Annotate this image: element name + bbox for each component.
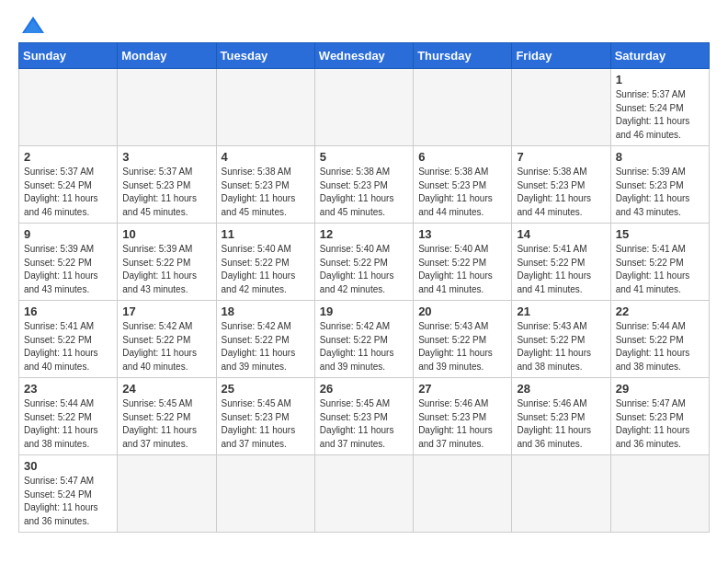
day-number: 5 <box>320 150 408 164</box>
calendar-table: SundayMondayTuesdayWednesdayThursdayFrid… <box>18 42 710 533</box>
calendar-cell: 27Sunrise: 5:46 AM Sunset: 5:23 PM Dayli… <box>414 378 512 455</box>
calendar-cell: 19Sunrise: 5:42 AM Sunset: 5:22 PM Dayli… <box>314 301 413 378</box>
day-info: Sunrise: 5:39 AM Sunset: 5:22 PM Dayligh… <box>122 243 210 296</box>
calendar-cell: 11Sunrise: 5:40 AM Sunset: 5:22 PM Dayli… <box>216 224 314 301</box>
day-info: Sunrise: 5:46 AM Sunset: 5:23 PM Dayligh… <box>418 397 506 451</box>
calendar-cell: 8Sunrise: 5:39 AM Sunset: 5:23 PM Daylig… <box>610 146 709 224</box>
calendar-cell: 13Sunrise: 5:40 AM Sunset: 5:22 PM Dayli… <box>414 224 512 301</box>
day-number: 10 <box>122 227 210 241</box>
calendar-cell: 23Sunrise: 5:44 AM Sunset: 5:22 PM Dayli… <box>19 378 118 455</box>
calendar-cell: 22Sunrise: 5:44 AM Sunset: 5:22 PM Dayli… <box>610 301 709 378</box>
calendar-cell: 16Sunrise: 5:41 AM Sunset: 5:22 PM Dayli… <box>19 301 118 378</box>
day-number: 28 <box>517 382 605 396</box>
calendar-cell: 5Sunrise: 5:38 AM Sunset: 5:23 PM Daylig… <box>314 146 413 224</box>
day-number: 19 <box>320 304 408 318</box>
calendar-cell <box>216 69 314 146</box>
day-number: 6 <box>418 150 506 164</box>
day-info: Sunrise: 5:44 AM Sunset: 5:22 PM Dayligh… <box>616 320 704 373</box>
calendar-cell <box>414 69 512 146</box>
calendar-cell: 18Sunrise: 5:42 AM Sunset: 5:22 PM Dayli… <box>216 301 314 378</box>
calendar-cell <box>118 69 216 146</box>
day-number: 13 <box>418 227 506 241</box>
day-number: 21 <box>517 304 605 318</box>
calendar-cell: 14Sunrise: 5:41 AM Sunset: 5:22 PM Dayli… <box>512 224 610 301</box>
logo-icon <box>20 15 46 35</box>
day-info: Sunrise: 5:47 AM Sunset: 5:24 PM Dayligh… <box>24 475 112 528</box>
day-number: 4 <box>222 150 310 164</box>
day-number: 11 <box>222 227 310 241</box>
weekday-header-sunday: Sunday <box>19 43 118 69</box>
day-info: Sunrise: 5:40 AM Sunset: 5:22 PM Dayligh… <box>222 243 310 296</box>
day-info: Sunrise: 5:41 AM Sunset: 5:22 PM Dayligh… <box>616 243 704 296</box>
day-info: Sunrise: 5:40 AM Sunset: 5:22 PM Dayligh… <box>320 243 408 296</box>
weekday-header-row: SundayMondayTuesdayWednesdayThursdayFrid… <box>19 43 710 69</box>
calendar-cell: 6Sunrise: 5:38 AM Sunset: 5:23 PM Daylig… <box>414 146 512 224</box>
day-info: Sunrise: 5:38 AM Sunset: 5:23 PM Dayligh… <box>222 166 310 219</box>
calendar-cell: 2Sunrise: 5:37 AM Sunset: 5:24 PM Daylig… <box>19 146 118 224</box>
day-number: 30 <box>24 459 112 473</box>
weekday-header-thursday: Thursday <box>414 43 512 69</box>
calendar-cell <box>512 69 610 146</box>
day-number: 1 <box>616 73 704 86</box>
day-number: 22 <box>616 304 704 318</box>
day-number: 25 <box>222 382 310 396</box>
day-number: 14 <box>517 227 605 241</box>
day-number: 24 <box>122 382 210 396</box>
calendar-cell: 17Sunrise: 5:42 AM Sunset: 5:22 PM Dayli… <box>118 301 216 378</box>
calendar-cell: 30Sunrise: 5:47 AM Sunset: 5:24 PM Dayli… <box>19 455 118 533</box>
calendar-cell: 28Sunrise: 5:46 AM Sunset: 5:23 PM Dayli… <box>512 378 610 455</box>
day-info: Sunrise: 5:38 AM Sunset: 5:23 PM Dayligh… <box>418 166 506 219</box>
day-number: 7 <box>517 150 605 164</box>
day-number: 29 <box>616 382 704 396</box>
day-info: Sunrise: 5:43 AM Sunset: 5:22 PM Dayligh… <box>517 320 605 373</box>
day-number: 23 <box>24 382 112 396</box>
day-info: Sunrise: 5:37 AM Sunset: 5:23 PM Dayligh… <box>122 166 210 219</box>
weekday-header-monday: Monday <box>118 43 216 69</box>
calendar-row-5: 23Sunrise: 5:44 AM Sunset: 5:22 PM Dayli… <box>19 378 710 455</box>
day-info: Sunrise: 5:40 AM Sunset: 5:22 PM Dayligh… <box>418 243 506 296</box>
day-info: Sunrise: 5:42 AM Sunset: 5:22 PM Dayligh… <box>222 320 310 373</box>
day-number: 9 <box>24 227 112 241</box>
day-info: Sunrise: 5:39 AM Sunset: 5:23 PM Dayligh… <box>616 166 704 219</box>
day-info: Sunrise: 5:45 AM Sunset: 5:23 PM Dayligh… <box>320 397 408 451</box>
calendar-cell <box>414 455 512 533</box>
day-number: 3 <box>122 150 210 164</box>
calendar-cell <box>610 455 709 533</box>
day-number: 16 <box>24 304 112 318</box>
calendar-row-6: 30Sunrise: 5:47 AM Sunset: 5:24 PM Dayli… <box>19 455 710 533</box>
day-info: Sunrise: 5:45 AM Sunset: 5:23 PM Dayligh… <box>222 397 310 451</box>
day-info: Sunrise: 5:41 AM Sunset: 5:22 PM Dayligh… <box>517 243 605 296</box>
day-info: Sunrise: 5:42 AM Sunset: 5:22 PM Dayligh… <box>320 320 408 373</box>
calendar-cell <box>512 455 610 533</box>
calendar-row-4: 16Sunrise: 5:41 AM Sunset: 5:22 PM Dayli… <box>19 301 710 378</box>
calendar-cell <box>19 69 118 146</box>
weekday-header-tuesday: Tuesday <box>216 43 314 69</box>
day-number: 12 <box>320 227 408 241</box>
calendar-cell: 20Sunrise: 5:43 AM Sunset: 5:22 PM Dayli… <box>414 301 512 378</box>
day-info: Sunrise: 5:38 AM Sunset: 5:23 PM Dayligh… <box>517 166 605 219</box>
calendar-cell: 21Sunrise: 5:43 AM Sunset: 5:22 PM Dayli… <box>512 301 610 378</box>
calendar-cell: 1Sunrise: 5:37 AM Sunset: 5:24 PM Daylig… <box>610 69 709 146</box>
calendar-row-1: 1Sunrise: 5:37 AM Sunset: 5:24 PM Daylig… <box>19 69 710 146</box>
weekday-header-saturday: Saturday <box>610 43 709 69</box>
calendar-cell: 25Sunrise: 5:45 AM Sunset: 5:23 PM Dayli… <box>216 378 314 455</box>
calendar-row-2: 2Sunrise: 5:37 AM Sunset: 5:24 PM Daylig… <box>19 146 710 224</box>
day-info: Sunrise: 5:42 AM Sunset: 5:22 PM Dayligh… <box>122 320 210 373</box>
weekday-header-friday: Friday <box>512 43 610 69</box>
day-info: Sunrise: 5:41 AM Sunset: 5:22 PM Dayligh… <box>24 320 112 373</box>
day-number: 17 <box>122 304 210 318</box>
calendar-row-3: 9Sunrise: 5:39 AM Sunset: 5:22 PM Daylig… <box>19 224 710 301</box>
day-number: 2 <box>24 150 112 164</box>
calendar-cell: 7Sunrise: 5:38 AM Sunset: 5:23 PM Daylig… <box>512 146 610 224</box>
day-info: Sunrise: 5:46 AM Sunset: 5:23 PM Dayligh… <box>517 397 605 451</box>
calendar-cell: 29Sunrise: 5:47 AM Sunset: 5:23 PM Dayli… <box>610 378 709 455</box>
day-number: 26 <box>320 382 408 396</box>
day-info: Sunrise: 5:45 AM Sunset: 5:22 PM Dayligh… <box>122 397 210 451</box>
calendar-cell: 12Sunrise: 5:40 AM Sunset: 5:22 PM Dayli… <box>314 224 413 301</box>
day-number: 8 <box>616 150 704 164</box>
day-info: Sunrise: 5:39 AM Sunset: 5:22 PM Dayligh… <box>24 243 112 296</box>
calendar-cell <box>314 455 413 533</box>
weekday-header-wednesday: Wednesday <box>314 43 413 69</box>
calendar-cell: 26Sunrise: 5:45 AM Sunset: 5:23 PM Dayli… <box>314 378 413 455</box>
day-number: 20 <box>418 304 506 318</box>
